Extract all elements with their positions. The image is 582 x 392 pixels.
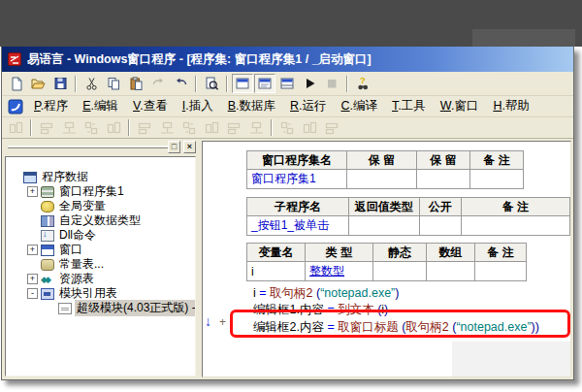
align-toolbar: [2, 117, 573, 139]
window-icon: [41, 245, 54, 256]
menu-accelerator: E: [82, 99, 90, 113]
column-header: 子程序名: [247, 198, 349, 216]
tree-item-3[interactable]: 自定义数据类型: [6, 213, 195, 228]
table-cell[interactable]: _按钮1_被单击: [247, 216, 349, 236]
make-same-width-icon: [248, 120, 265, 136]
table-cell[interactable]: [475, 262, 527, 281]
tree-item-7[interactable]: +◆◆资源表: [6, 272, 195, 286]
stop-button[interactable]: [321, 74, 342, 93]
expander-placeholder: [27, 259, 38, 270]
table-cell[interactable]: 整数型: [306, 262, 373, 281]
expand-icon[interactable]: +: [27, 245, 38, 255]
menu-item-label: 工具: [402, 99, 426, 113]
help-search-button[interactable]: ?: [352, 74, 373, 93]
size-to-grid-icon: [324, 120, 340, 136]
tree-item-8[interactable]: -模块引用表: [6, 286, 195, 301]
tree-item-4[interactable]: Dll命令: [6, 228, 195, 243]
view-code-button[interactable]: [254, 74, 275, 93]
open-file-button[interactable]: [27, 74, 48, 93]
column-header: 备 注: [475, 244, 527, 262]
menu-item-C[interactable]: C.编译: [335, 95, 385, 118]
align-h-center-button[interactable]: [81, 118, 102, 138]
menu-item-I[interactable]: I.插入: [176, 95, 220, 118]
code-preview-button[interactable]: [201, 74, 222, 93]
menu-item-V[interactable]: V.查看: [126, 95, 175, 118]
snap-grid-button[interactable]: [5, 118, 26, 138]
tree-item-0[interactable]: 程序数据: [6, 170, 195, 184]
table-cell[interactable]: [427, 262, 475, 281]
toolbar-separator: [128, 119, 130, 136]
column-header: 公开: [419, 198, 461, 216]
menu-item-W[interactable]: W.窗口: [434, 95, 486, 118]
align-top-edge-button[interactable]: [178, 118, 200, 138]
tree-item-2[interactable]: 全局变量: [6, 199, 195, 213]
make-same-width-button[interactable]: [245, 118, 267, 138]
menu-item-R[interactable]: R.运行: [283, 95, 334, 118]
titlebar[interactable]: 易语言 - Windows窗口程序 - [程序集: 窗口程序集1 / _启动窗口…: [2, 47, 573, 72]
menu-item-B[interactable]: B.数据库: [221, 95, 282, 118]
make-same-size-button[interactable]: [299, 118, 320, 138]
tree-item-1[interactable]: +窗口程序集1: [6, 184, 195, 199]
tree-item-5[interactable]: +窗口: [6, 243, 195, 257]
space-down-button[interactable]: [223, 118, 244, 138]
redo-icon: [150, 76, 167, 91]
close-button[interactable]: ×: [183, 141, 196, 153]
table-header-row: 窗口程序集名保 留保 留备 注: [247, 151, 524, 170]
expander-placeholder: [27, 215, 38, 226]
table-cell[interactable]: i: [247, 262, 306, 281]
align-bottom-edge-button[interactable]: [103, 118, 124, 138]
undo-icon: [173, 76, 189, 91]
menu-accelerator: V: [133, 99, 140, 113]
float-button[interactable]: □: [168, 141, 180, 153]
menu-accelerator: T: [392, 99, 398, 113]
expand-icon[interactable]: +: [27, 186, 38, 197]
paste-button[interactable]: [125, 74, 146, 93]
project-tree: 程序数据+窗口程序集1全局变量自定义数据类型Dll命令+窗口常量表...+◆◆资…: [5, 156, 196, 376]
expand-icon[interactable]: +: [27, 274, 38, 284]
align-left-edge-button[interactable]: [36, 118, 57, 138]
tree-item-6[interactable]: 常量表...: [6, 257, 195, 272]
table-cell[interactable]: [419, 216, 461, 236]
new-file-button[interactable]: [5, 74, 26, 93]
definition-table-2: 变量名类 型静态数组备 注i整数型: [246, 243, 527, 281]
table-cell[interactable]: [347, 170, 417, 189]
view-code-icon: [257, 76, 274, 91]
view-split-button[interactable]: [276, 74, 298, 93]
definition-table-1: 子程序名返回值类型公开备 注_按钮1_被单击: [246, 197, 570, 236]
view-form-button[interactable]: [232, 74, 253, 93]
insert-mark: +: [219, 315, 226, 329]
table-cell[interactable]: [461, 216, 569, 236]
center-vertical-button[interactable]: [156, 118, 178, 138]
menu-item-H[interactable]: H.帮助: [486, 95, 536, 118]
space-across-button[interactable]: [201, 118, 222, 138]
menu-item-T[interactable]: T.工具: [385, 95, 433, 118]
align-right-edge-button[interactable]: [58, 118, 80, 138]
panel-header: □ ×: [2, 139, 200, 155]
make-same-height-button[interactable]: [276, 118, 298, 138]
center-horizontal-button[interactable]: [134, 118, 155, 138]
menu-item-E[interactable]: E.编辑: [76, 95, 125, 118]
run-button[interactable]: [299, 74, 320, 93]
editor-canvas[interactable]: ↓ + 窗口程序集名保 留保 留备 注窗口程序集1子程序名返回值类型公开备 注_…: [202, 141, 571, 377]
size-to-grid-button[interactable]: [321, 118, 342, 138]
menu-item-P[interactable]: P.程序: [27, 95, 75, 118]
save-file-button[interactable]: [49, 74, 71, 93]
collapse-icon[interactable]: -: [27, 288, 38, 299]
table-cell[interactable]: [348, 216, 419, 236]
save-file-icon: [52, 76, 69, 91]
table-cell[interactable]: [470, 170, 524, 189]
table-cell[interactable]: [417, 170, 470, 189]
expander-placeholder: [10, 172, 20, 182]
cut-button[interactable]: [81, 74, 102, 93]
copy-button[interactable]: [103, 74, 124, 93]
undo-button[interactable]: [170, 74, 191, 93]
redo-button[interactable]: [147, 74, 169, 93]
highlight-box: [230, 310, 570, 338]
table-cell[interactable]: [373, 262, 427, 281]
tree-item-9[interactable]: 超级模块(4.03正式版) - S: [6, 301, 195, 315]
table-cell[interactable]: 窗口程序集1: [247, 170, 347, 189]
panel-gripper[interactable]: [8, 146, 171, 148]
svg-text:?: ?: [360, 76, 366, 85]
menu-accelerator: P: [34, 99, 41, 113]
code-line-0[interactable]: i = 取句柄2 (“notepad.exe”): [253, 285, 399, 302]
